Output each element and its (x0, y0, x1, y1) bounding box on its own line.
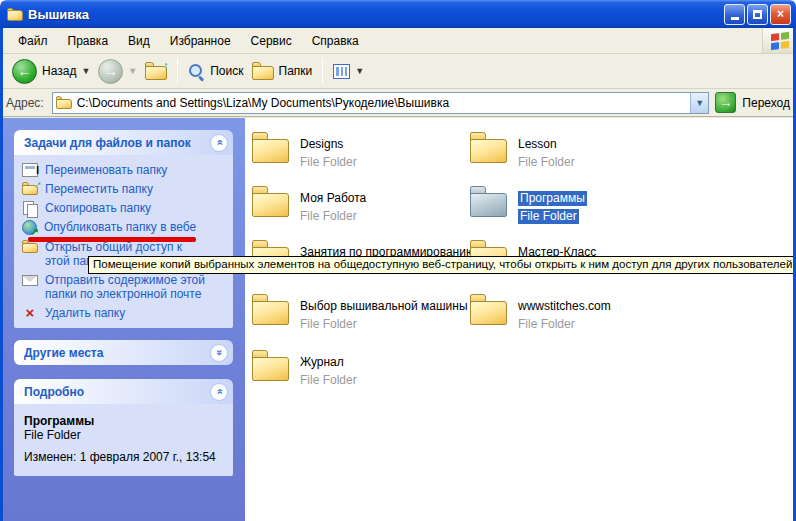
address-label: Адрес: (6, 96, 46, 110)
menu-edit[interactable]: Правка (58, 29, 119, 53)
folder-icon (252, 132, 289, 163)
publish-web-icon (22, 220, 37, 235)
close-button[interactable]: × (770, 4, 791, 25)
file-tile-moya-rabota[interactable]: Моя Работа File Folder (252, 186, 464, 230)
details-item-name: Программы (24, 414, 223, 428)
collapse-button[interactable]: » (210, 383, 228, 401)
search-button[interactable]: Поиск (184, 61, 247, 82)
window-border-left (0, 28, 3, 521)
details-header[interactable]: Подробно » (14, 379, 233, 404)
details-item-modified: Изменен: 1 февраля 2007 г., 13:54 (24, 450, 223, 464)
task-rename-folder[interactable]: Переименовать папку (22, 163, 227, 177)
toolbar-separator (177, 58, 178, 84)
windows-flag-icon (771, 31, 789, 50)
collapse-button[interactable]: » (210, 134, 228, 152)
back-icon: ← (12, 59, 37, 84)
move-folder-icon: ↑ (22, 182, 38, 195)
folders-button[interactable]: Папки (248, 60, 317, 82)
window-title: Вышивка (28, 7, 89, 22)
menu-favorites[interactable]: Избранное (160, 29, 241, 53)
file-tile-zhurnal[interactable]: Журнал File Folder (252, 350, 464, 394)
folder-icon (470, 294, 507, 325)
task-publish-folder-web[interactable]: Опубликовать папку в вебе (22, 220, 227, 235)
task-move-folder[interactable]: ↑ Переместить папку (22, 182, 227, 196)
back-button[interactable]: ← Назад ▼ (8, 57, 94, 86)
views-button[interactable]: ▼ (329, 62, 368, 81)
other-places-title: Другие места (24, 346, 103, 360)
details-item-type: File Folder (24, 428, 223, 442)
main-area: Задачи для файлов и папок » Переименоват… (0, 118, 796, 521)
forward-dropdown-caret: ▼ (128, 66, 137, 76)
address-folder-icon (56, 96, 72, 109)
task-copy-folder[interactable]: Скопировать папку (22, 201, 227, 215)
minimize-button[interactable] (724, 4, 745, 25)
panel-details: Подробно » Программы File Folder Изменен… (14, 379, 233, 476)
details-body: Программы File Folder Изменен: 1 февраля… (14, 404, 233, 476)
file-tasks-header[interactable]: Задачи для файлов и папок » (14, 130, 233, 155)
copy-folder-icon (22, 201, 38, 215)
go-button[interactable]: → (715, 92, 736, 113)
minimize-icon (731, 17, 739, 20)
address-combo[interactable]: C:\Documents and Settings\Liza\My Docume… (52, 92, 710, 114)
details-title: Подробно (24, 385, 84, 399)
window-folder-icon (7, 8, 23, 21)
menu-bar: Файл Правка Вид Избранное Сервис Справка (0, 28, 796, 54)
explorer-window: Вышивка × Файл Правка Вид Избранное Серв… (0, 0, 796, 521)
folder-icon (252, 350, 289, 381)
views-dropdown-caret[interactable]: ▼ (355, 66, 364, 76)
delete-icon: × (22, 306, 38, 320)
folders-icon (252, 62, 274, 80)
go-label: Переход (742, 96, 790, 110)
chevron-up-icon: » (214, 139, 225, 145)
panel-file-tasks: Задачи для файлов и папок » Переименоват… (14, 130, 233, 328)
menu-tools[interactable]: Сервис (241, 29, 302, 53)
views-icon (333, 64, 350, 79)
annotation-red-underline (28, 237, 196, 242)
chevron-up-icon: » (214, 388, 225, 394)
file-tasks-title: Задачи для файлов и папок (24, 136, 191, 150)
file-tile-wwwstitches[interactable]: wwwstitches.com File Folder (470, 294, 682, 338)
tooltip: Помещение копий выбранных элементов на о… (88, 256, 796, 274)
search-icon (188, 63, 205, 80)
up-folder-icon: ↑ (145, 62, 167, 80)
menu-view[interactable]: Вид (118, 29, 160, 53)
panel-other-places: Другие места » (14, 340, 233, 365)
menu-help[interactable]: Справка (302, 29, 369, 53)
file-tile-lesson[interactable]: Lesson File Folder (470, 132, 682, 176)
folder-icon (252, 294, 289, 325)
folder-icon-selected (470, 186, 507, 217)
title-bar[interactable]: Вышивка × (0, 0, 796, 28)
chevron-down-icon: » (214, 349, 225, 355)
folder-icon (470, 132, 507, 163)
file-list-area[interactable]: Designs File Folder Lesson File Folder М… (245, 118, 796, 521)
forward-button[interactable]: → ▼ (94, 57, 141, 86)
forward-icon: → (98, 59, 123, 84)
task-delete-folder[interactable]: × Удалить папку (22, 306, 227, 320)
go-arrow-icon: → (719, 95, 732, 110)
email-icon (22, 275, 38, 286)
file-tile-programmy-selected[interactable]: Программы File Folder (470, 186, 682, 230)
search-label: Поиск (210, 64, 243, 78)
maximize-icon (753, 10, 762, 19)
close-icon: × (777, 7, 784, 21)
back-dropdown-caret[interactable]: ▼ (81, 66, 90, 76)
menu-file[interactable]: Файл (8, 29, 58, 53)
address-dropdown-button[interactable]: ▼ (690, 93, 708, 113)
file-tile-vybor-mashiny[interactable]: Выбор вышивальной машины File Folder (252, 294, 464, 338)
folder-icon (252, 186, 289, 217)
windows-logo-panel (762, 28, 796, 53)
task-email-folder[interactable]: Отправить содержимое этой папки по элект… (22, 273, 227, 301)
folders-label: Папки (279, 64, 313, 78)
task-pane: Задачи для файлов и папок » Переименоват… (0, 118, 245, 521)
expand-button[interactable]: » (210, 344, 228, 362)
toolbar: ← Назад ▼ → ▼ ↑ Поиск Папки ▼ (0, 54, 796, 89)
address-bar: Адрес: C:\Documents and Settings\Liza\My… (0, 89, 796, 117)
toolbar-separator (322, 58, 323, 84)
back-label: Назад (42, 64, 76, 78)
rename-icon (22, 163, 38, 177)
file-tile-designs[interactable]: Designs File Folder (252, 132, 464, 176)
address-input[interactable]: C:\Documents and Settings\Liza\My Docume… (77, 96, 686, 110)
up-button[interactable]: ↑ (141, 60, 171, 82)
other-places-header[interactable]: Другие места » (14, 340, 233, 365)
maximize-button[interactable] (747, 4, 768, 25)
